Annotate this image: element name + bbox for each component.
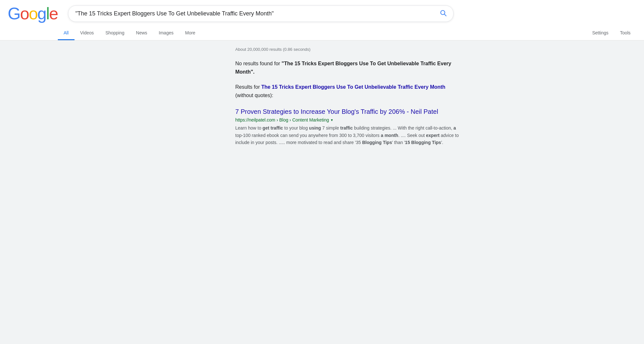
logo-letter-g2: g: [37, 5, 46, 22]
no-results-prefix: No results found for: [235, 61, 282, 66]
header: Google All Videos Shopping News Images M…: [0, 0, 644, 41]
nav-tabs: All Videos Shopping News Images More Set…: [0, 26, 644, 40]
search-bar-wrapper: [68, 5, 454, 22]
search-button[interactable]: [438, 8, 448, 19]
dropdown-arrow-icon[interactable]: ▼: [330, 118, 333, 122]
result-item: 7 Proven Strategies to Increase Your Blo…: [235, 107, 459, 146]
tab-settings[interactable]: Settings: [587, 26, 614, 40]
logo-letter-o1: o: [20, 5, 29, 22]
tab-images[interactable]: Images: [153, 26, 179, 40]
tab-tools[interactable]: Tools: [614, 26, 636, 40]
result-snippet: Learn how to get traffic to your blog us…: [235, 124, 459, 146]
header-top: Google: [0, 5, 644, 26]
logo-letter-o2: o: [29, 5, 37, 22]
tab-news[interactable]: News: [130, 26, 153, 40]
main-content: About 20,000,000 results (0.86 seconds) …: [178, 41, 467, 159]
results-for-prefix: Results for: [235, 84, 261, 90]
google-logo: Google: [8, 5, 58, 22]
result-title[interactable]: 7 Proven Strategies to Increase Your Blo…: [235, 107, 459, 116]
results-stats: About 20,000,000 results (0.86 seconds): [235, 47, 459, 52]
tab-more[interactable]: More: [179, 26, 201, 40]
results-for-suffix: (without quotes):: [235, 93, 273, 98]
logo-letter-l: l: [46, 5, 49, 22]
tab-shopping[interactable]: Shopping: [100, 26, 130, 40]
tab-all[interactable]: All: [58, 26, 75, 40]
results-for-link[interactable]: The 15 Tricks Expert Bloggers Use To Get…: [261, 84, 445, 90]
svg-line-1: [444, 14, 446, 16]
search-icon: [439, 9, 447, 17]
tab-videos[interactable]: Videos: [75, 26, 100, 40]
logo-letter-g: G: [8, 5, 20, 22]
result-url: https://neilpatel.com › Blog › Content M…: [235, 117, 459, 122]
nav-right: Settings Tools: [587, 26, 636, 40]
no-results-message: No results found for "The 15 Tricks Expe…: [235, 59, 459, 76]
result-url-text: https://neilpatel.com › Blog › Content M…: [235, 117, 329, 122]
search-input[interactable]: [68, 5, 454, 22]
results-for-message: Results for The 15 Tricks Expert Blogger…: [235, 83, 459, 99]
logo-letter-e: e: [49, 5, 58, 22]
